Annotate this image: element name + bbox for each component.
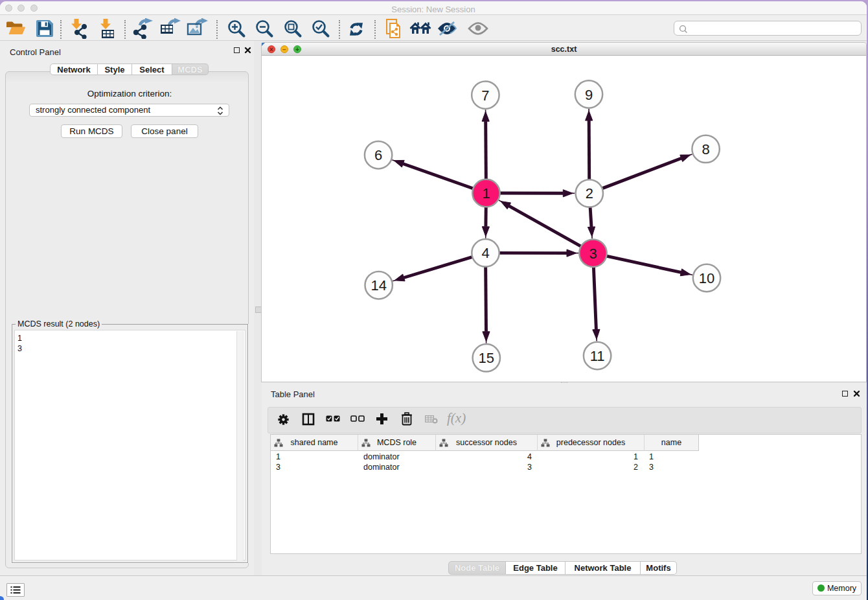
svg-text:8: 8 [702,141,709,157]
svg-text:9: 9 [585,87,593,103]
svg-text:6: 6 [374,147,382,163]
svg-text:15: 15 [479,350,494,366]
svg-text:3: 3 [589,246,597,262]
svg-text:1: 1 [482,185,490,202]
svg-text:2: 2 [586,185,593,202]
svg-text:10: 10 [699,270,714,286]
svg-text:11: 11 [590,348,605,364]
svg-text:14: 14 [371,277,386,294]
svg-text:7: 7 [481,87,489,104]
svg-text:4: 4 [481,245,489,261]
